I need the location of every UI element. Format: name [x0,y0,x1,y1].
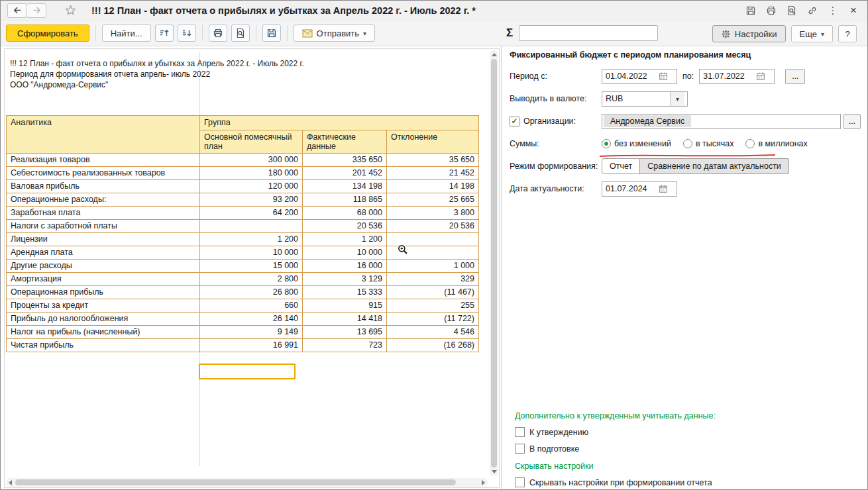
cell-analytics[interactable]: Реализация товаров [7,154,200,167]
cell-deviation[interactable]: (11 722) [387,313,479,326]
cell-plan[interactable]: 16 991 [200,339,303,352]
period-more-button[interactable]: ... [785,69,805,84]
column-header-fact[interactable]: Фактические данные [303,130,387,154]
cell-plan[interactable]: 660 [200,299,303,313]
cell-analytics[interactable]: Налог на прибыль (начисленный) [7,326,200,339]
cell-fact[interactable]: 10 000 [303,246,387,260]
cell-analytics[interactable]: Чистая прибыль [7,339,200,352]
horizontal-scroll-thumb[interactable] [15,479,456,485]
radio-millions[interactable]: в миллионах [745,139,807,148]
radio-no-change[interactable]: без изменений [602,139,671,148]
period-from-input[interactable] [602,72,655,81]
hide-settings-link[interactable]: Скрывать настройки [515,462,594,471]
cell-fact[interactable]: 68 000 [303,207,387,220]
cell-deviation[interactable]: 4 546 [387,326,479,339]
get-link-icon-button[interactable] [805,3,820,18]
forward-button[interactable] [27,3,46,18]
cell-fact[interactable]: 201 452 [303,167,387,180]
cell-fact[interactable]: 335 650 [303,154,387,167]
actual-date-input[interactable] [602,184,655,193]
cell-fact[interactable]: 16 000 [303,260,387,273]
organization-chip[interactable]: Андромеда Сервис [604,115,691,127]
cell-analytics[interactable]: Заработная плата [7,207,200,220]
approve-checkbox[interactable] [515,427,525,437]
mode-option-report[interactable]: Отчет [602,158,640,174]
column-header-analytics[interactable]: Аналитика [7,116,200,154]
cell-plan[interactable]: 120 000 [200,180,303,193]
cell-analytics[interactable]: Налоги с заработной платы [7,220,200,233]
cell-plan[interactable]: 15 000 [200,260,303,273]
more-menu-icon-button[interactable]: ⋮ [826,3,840,18]
cell-analytics[interactable]: Операционная прибыль [7,286,200,299]
calendar-icon-button[interactable] [655,182,671,196]
cell-deviation[interactable]: 14 198 [387,180,479,193]
cell-deviation[interactable]: 20 536 [387,220,479,233]
mode-option-compare[interactable]: Сравнение по датам актуальности [640,158,789,174]
cell-plan[interactable]: 93 200 [200,193,303,207]
cell-fact[interactable]: 915 [303,299,387,313]
cell-analytics[interactable]: Другие расходы [7,260,200,273]
calendar-icon-button[interactable] [655,70,671,83]
cell-plan[interactable]: 26 800 [200,286,303,299]
generate-button[interactable]: Сформировать [6,24,89,42]
find-in-page-icon-button[interactable] [785,3,799,18]
cell-deviation[interactable]: (16 268) [387,339,479,352]
print-button[interactable] [209,24,227,42]
cell-deviation[interactable]: (11 467) [387,286,479,299]
sort-descending-button[interactable] [178,24,196,42]
hide-settings-checkbox[interactable] [515,477,525,487]
panel-splitter[interactable] [501,46,502,489]
scroll-right-arrow[interactable] [482,480,485,485]
organizations-field[interactable]: Андромеда Сервис [602,114,841,129]
cell-analytics[interactable]: Арендная плата [7,246,200,260]
column-header-deviation[interactable]: Отклонение [387,130,479,154]
print-icon-button[interactable] [764,3,779,18]
cell-fact[interactable]: 118 865 [303,193,387,207]
cell-plan[interactable]: 9 149 [200,326,303,339]
cell-plan[interactable]: 10 000 [200,246,303,260]
column-header-group[interactable]: Группа [200,116,479,130]
back-button[interactable] [7,3,27,18]
cell-plan[interactable]: 26 140 [200,313,303,326]
cell-fact[interactable]: 723 [303,339,387,352]
cell-fact[interactable]: 13 695 [303,326,387,339]
help-button[interactable]: ? [838,25,857,42]
organizations-checkbox[interactable]: ✓ [510,117,519,126]
cell-deviation[interactable]: 35 650 [387,154,479,167]
cell-analytics[interactable]: Проценты за кредит [7,299,200,313]
scroll-down-arrow[interactable] [492,470,497,473]
cell-fact[interactable]: 3 129 [303,273,387,286]
print-preview-button[interactable] [231,24,250,42]
cell-analytics[interactable]: Валовая прибыль [7,180,200,193]
cell-fact[interactable]: 15 333 [303,286,387,299]
cell-deviation[interactable]: 255 [387,299,479,313]
cell-fact[interactable]: 134 198 [303,180,387,193]
cell-plan[interactable]: 180 000 [200,167,303,180]
cell-analytics[interactable]: Прибыль до налогообложения [7,313,200,326]
save-button[interactable] [262,24,281,42]
vertical-scroll-thumb[interactable] [491,59,497,467]
cell-plan[interactable]: 1 200 [200,233,303,246]
cell-deviation[interactable]: 3 800 [387,207,479,220]
currency-input[interactable] [602,94,670,103]
cell-fact[interactable]: 20 536 [303,220,387,233]
scroll-up-arrow[interactable] [492,53,497,56]
cell-analytics[interactable]: Операционные расходы: [7,193,200,207]
cell-analytics[interactable]: Себестоимость реализованных товаров [7,167,200,180]
cell-plan[interactable] [200,220,303,233]
vertical-scrollbar[interactable] [490,50,498,476]
selected-cell[interactable] [199,364,296,379]
cell-plan[interactable]: 64 200 [200,207,303,220]
cell-deviation[interactable]: 25 665 [387,193,479,207]
cell-analytics[interactable]: Лицензии [7,233,200,246]
cell-deviation[interactable]: 329 [387,273,479,286]
calendar-icon-button[interactable] [753,70,769,83]
more-button[interactable]: Еще ▾ [791,25,833,42]
sort-ascending-button[interactable] [155,24,174,42]
cell-deviation[interactable]: 1 000 [387,260,479,273]
autosum-input[interactable] [519,25,658,41]
save-icon-button[interactable] [743,3,758,18]
scroll-left-arrow[interactable] [9,480,12,485]
favorite-star-icon[interactable] [63,3,78,18]
cell-plan[interactable]: 300 000 [200,154,303,167]
